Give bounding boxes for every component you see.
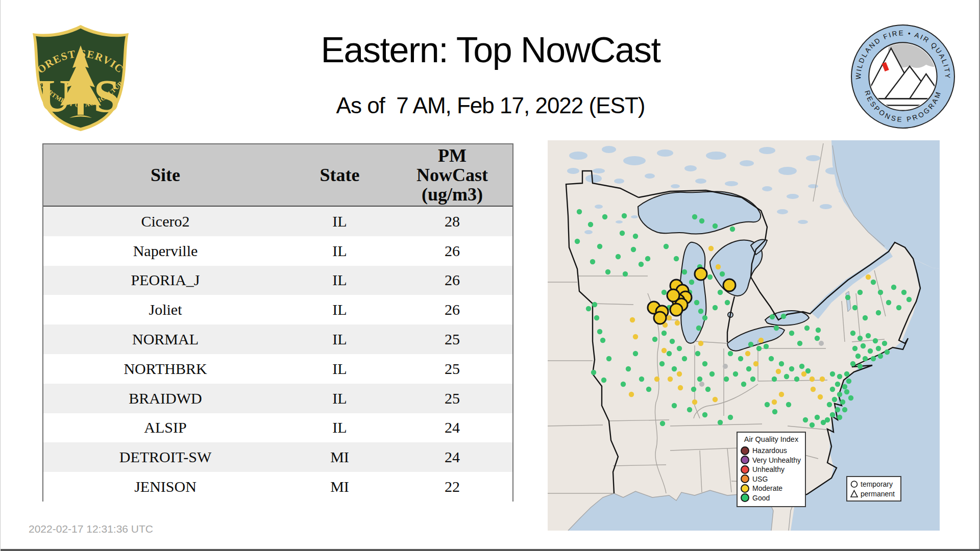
pm-header-line1: PM [392, 146, 512, 165]
monitor-good [848, 395, 853, 400]
cell-value: 25 [392, 360, 512, 378]
monitor-good [861, 343, 866, 348]
monitor-moderate [708, 246, 714, 251]
monitor-moderate [633, 334, 638, 339]
monitor-good [702, 412, 707, 417]
monitor-good [631, 247, 636, 252]
monitor-good [602, 214, 607, 219]
monitor-moderate [630, 317, 635, 322]
monitor-good [863, 356, 868, 361]
monitor-moderate [866, 274, 871, 280]
monitor-moderate [713, 397, 718, 402]
aqi-color-dot-icon [741, 493, 749, 502]
monitor-moderate [745, 351, 750, 356]
cell-value: 26 [392, 271, 512, 289]
aqi-legend: Air Quality Index HazardousVery Unhealth… [737, 432, 806, 507]
monitor-good [781, 314, 786, 319]
monitor-good [733, 371, 738, 377]
permanent-triangle-icon [850, 489, 859, 498]
aqi-color-dot-icon [741, 484, 749, 493]
monitor-good [901, 290, 906, 295]
monitor-good [738, 356, 743, 361]
pm-header-line3: (ug/m3) [392, 185, 512, 204]
monitor-good [772, 409, 777, 414]
monitor-good [646, 387, 651, 392]
monitor-good [730, 227, 735, 232]
cell-value: 28 [392, 213, 512, 230]
monitor-good [709, 371, 715, 377]
monitor-good [840, 399, 845, 405]
monitor-good [600, 338, 605, 343]
table-row: BRAIDWDIL25 [43, 384, 512, 413]
monitor-good [633, 351, 638, 356]
table-row: NORMALIL25 [43, 324, 512, 354]
monitor-good [827, 402, 832, 407]
monitor-good [770, 314, 775, 319]
monitor-moderate [820, 377, 825, 382]
table-row: ALSIPIL24 [43, 413, 512, 443]
aqi-legend-label: Moderate [752, 484, 782, 492]
cell-state: IL [287, 213, 392, 230]
table-header-row: Site State PM NowCast (ug/m3) [43, 144, 512, 207]
cell-value: 25 [392, 390, 512, 407]
monitor-good [699, 218, 704, 223]
monitor-unknown [819, 341, 824, 346]
monitor-unknown [699, 382, 704, 387]
permanent-legend-row: permanent [850, 489, 898, 498]
monitor-good [857, 364, 863, 369]
monitor-good [660, 421, 665, 426]
monitor-good [620, 231, 625, 236]
monitor-good [623, 271, 628, 277]
aqi-legend-item: Very Unhealthy [741, 456, 802, 465]
table-row: DETROIT-SWMI24 [43, 442, 512, 472]
monitor-good [876, 310, 881, 315]
monitor-good [702, 361, 707, 366]
monitor-good [844, 371, 849, 377]
monitor-good [718, 290, 723, 295]
monitor-moderate [662, 348, 667, 353]
monitor-good [830, 387, 835, 392]
cell-site: NORTHBRK [43, 360, 287, 378]
monitor-good [832, 397, 837, 402]
monitor-good [789, 366, 794, 371]
monitor-good [882, 341, 887, 346]
aqi-legend-label: Good [752, 494, 770, 502]
monitor-good [695, 351, 700, 356]
monitor-good [725, 300, 730, 305]
cell-state: IL [287, 419, 392, 436]
permanent-label: permanent [861, 490, 895, 498]
monitor-moderate [678, 385, 683, 390]
monitor-good [590, 259, 595, 264]
monitor-good [597, 244, 602, 249]
wildland-fire-air-quality-logo: WILDLAND FIRE • AIR QUALITY RESPONSE PRO… [849, 22, 957, 131]
monitor-good [662, 290, 667, 295]
monitor-moderate [818, 394, 823, 399]
monitor-good [577, 209, 582, 214]
monitor-good [855, 354, 861, 359]
cell-value: 22 [392, 478, 512, 495]
monitor-good [769, 356, 774, 361]
aqi-legend-label: Hazardous [752, 446, 787, 455]
monitor-good [842, 407, 847, 412]
monitor-good [672, 366, 677, 371]
aqi-legend-item: Good [741, 493, 802, 503]
monitor-good [830, 371, 835, 377]
monitor-good [728, 415, 733, 420]
monitor-good [797, 341, 802, 346]
monitor-good [591, 370, 596, 375]
table-row: NapervilleIL26 [43, 236, 512, 266]
monitor-moderate [716, 264, 721, 269]
monitor-moderate [753, 361, 758, 366]
monitor-good [682, 269, 687, 274]
monitor-good [852, 346, 857, 351]
aqi-legend-item: Unhealthy [741, 465, 802, 474]
monitor-good [784, 374, 789, 379]
monitor-good [748, 342, 753, 347]
monitor-good [871, 356, 876, 361]
table-row: JolietIL26 [43, 295, 512, 324]
monitor-good [592, 302, 597, 307]
monitor-good [835, 407, 840, 412]
aqi-legend-label: Unhealthy [752, 465, 785, 473]
bottom-border-bar [1, 549, 980, 551]
monitor-good [674, 256, 679, 261]
